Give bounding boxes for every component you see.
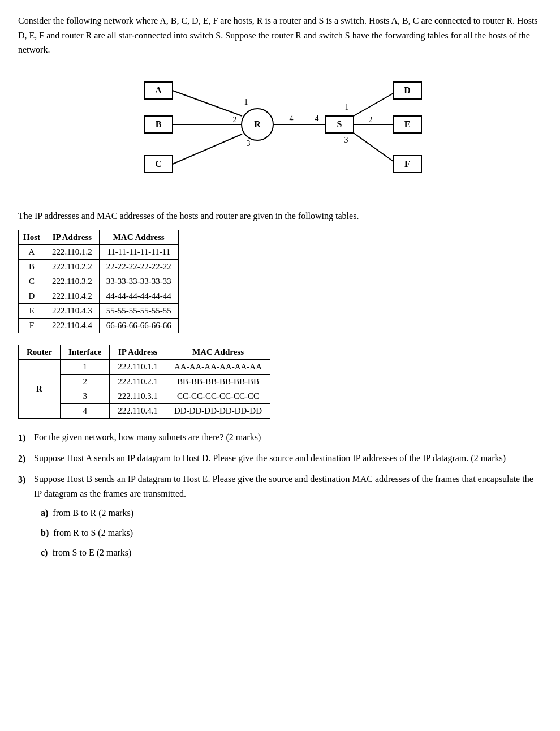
intro-paragraph: Consider the following network where A, …	[18, 14, 542, 57]
sub-c-label: c)	[41, 548, 48, 557]
ip-col-header: IP Address	[45, 230, 100, 245]
router-mac-col-header: MAC Address	[166, 345, 270, 360]
q1-num: 1)	[18, 430, 34, 446]
network-diagram: A B C R S D E F 1 2	[116, 71, 444, 195]
question-2: 2) Suppose Host A sends an IP datagram t…	[18, 451, 542, 467]
svg-line-22	[354, 133, 393, 161]
svg-text:D: D	[404, 85, 411, 95]
svg-text:3: 3	[344, 136, 348, 144]
table-row: B222.110.2.222-22-22-22-22-22	[19, 260, 179, 274]
svg-line-18	[173, 134, 242, 164]
table-row: D222.110.4.244-44-44-44-44-44	[19, 289, 179, 304]
svg-text:A: A	[155, 85, 162, 95]
table-row: A222.110.1.211-11-11-11-11-11	[19, 245, 179, 260]
q1-text: For the given network, how many subnets …	[34, 430, 542, 445]
sub-b-label: b)	[41, 528, 49, 538]
mac-col-header: MAC Address	[99, 230, 178, 245]
network-diagram-container: A B C R S D E F 1 2	[18, 71, 542, 195]
svg-text:S: S	[337, 119, 342, 129]
svg-text:2: 2	[233, 115, 237, 124]
questions-section: 1) For the given network, how many subne…	[18, 430, 542, 561]
sub-question-c: c) from S to E (2 marks)	[41, 545, 542, 561]
host-col-header: Host	[19, 230, 45, 245]
sub-question-a: a) from B to R (2 marks)	[41, 505, 542, 522]
table-row: F222.110.4.466-66-66-66-66-66	[19, 319, 179, 333]
router-address-table: Router Interface IP Address MAC Address …	[18, 345, 270, 419]
sub-c-text: from S to E (2 marks)	[50, 548, 131, 557]
svg-text:1: 1	[345, 103, 349, 111]
router-ip-col-header: IP Address	[110, 345, 166, 360]
svg-text:4: 4	[315, 114, 319, 123]
sub-b-text: from R to S (2 marks)	[51, 528, 133, 538]
svg-text:4: 4	[290, 114, 294, 123]
question-3: 3) Suppose Host B sends an IP datagram t…	[18, 472, 542, 501]
svg-text:2: 2	[369, 115, 373, 124]
table-row: C222.110.3.233-33-33-33-33-33	[19, 274, 179, 289]
svg-text:F: F	[404, 159, 410, 169]
tables-intro-text: The IP addresses and MAC addresses of th…	[18, 209, 542, 223]
host-address-table: Host IP Address MAC Address A222.110.1.2…	[18, 230, 179, 333]
table-row: R1222.110.1.1AA-AA-AA-AA-AA-AA	[19, 360, 270, 375]
svg-text:B: B	[156, 119, 162, 129]
q3-num: 3)	[18, 472, 34, 488]
router-col-header: Router	[19, 345, 61, 360]
sub-a-label: a)	[41, 508, 48, 518]
tables-section: The IP addresses and MAC addresses of th…	[18, 209, 542, 419]
svg-line-20	[354, 93, 393, 116]
q2-num: 2)	[18, 451, 34, 467]
svg-text:R: R	[254, 119, 261, 129]
question-1: 1) For the given network, how many subne…	[18, 430, 542, 446]
interface-col-header: Interface	[61, 345, 110, 360]
q2-text: Suppose Host A sends an IP datagram to H…	[34, 451, 542, 466]
q3-text: Suppose Host B sends an IP datagram to H…	[34, 472, 542, 501]
svg-text:1: 1	[244, 98, 248, 106]
sub-a-text: from B to R (2 marks)	[50, 508, 133, 518]
svg-text:3: 3	[247, 139, 251, 148]
svg-text:E: E	[404, 119, 411, 129]
svg-line-16	[173, 91, 242, 116]
table-row: E222.110.4.355-55-55-55-55-55	[19, 304, 179, 319]
svg-text:C: C	[155, 159, 162, 169]
sub-question-b: b) from R to S (2 marks)	[41, 525, 542, 541]
